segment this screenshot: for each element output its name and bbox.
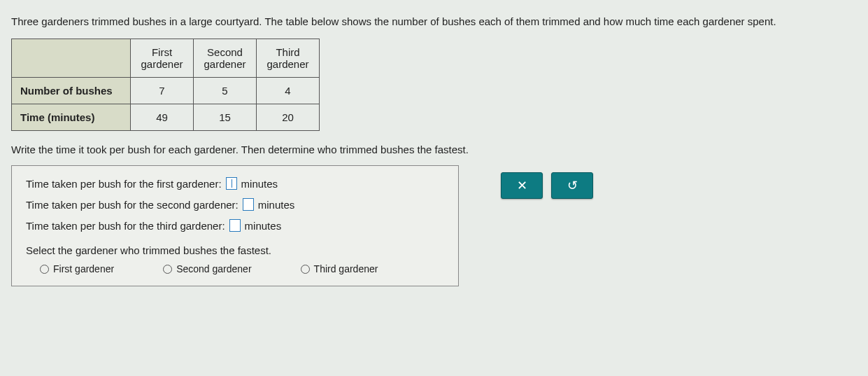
instruction-text: Write the time it took per bush for each… — [11, 144, 857, 155]
table-row: Number of bushes 7 5 4 — [12, 78, 320, 104]
col-first: First gardener — [131, 39, 194, 78]
first-gardener-input[interactable] — [226, 177, 237, 190]
second-gardener-input[interactable] — [243, 198, 254, 211]
radio-third-gardener[interactable]: Third gardener — [301, 263, 378, 274]
data-table: First gardener Second gardener Third gar… — [11, 39, 320, 131]
cell: 15 — [194, 104, 257, 131]
radio-icon — [40, 265, 49, 274]
radio-label: First gardener — [53, 263, 114, 274]
line1-pre: Time taken per bush for the first garden… — [26, 178, 222, 190]
row-label-time: Time (minutes) — [12, 104, 131, 131]
radio-icon — [163, 265, 172, 274]
cell: 20 — [257, 104, 320, 131]
radio-label: Third gardener — [314, 263, 378, 274]
row-label-bushes: Number of bushes — [12, 78, 131, 104]
cell: 5 — [194, 78, 257, 104]
problem-prompt: Three gardeners trimmed bushes in a larg… — [11, 14, 857, 29]
reset-button[interactable]: ↺ — [551, 172, 593, 199]
third-gardener-input[interactable] — [229, 219, 241, 232]
cell: 7 — [131, 78, 194, 104]
table-corner — [12, 39, 131, 78]
answer-box: Time taken per bush for the first garden… — [11, 165, 459, 286]
line3-post: minutes — [245, 220, 282, 232]
radio-icon — [301, 265, 310, 274]
line2-pre: Time taken per bush for the second garde… — [26, 199, 239, 211]
col-third: Third gardener — [257, 39, 320, 78]
reset-icon: ↺ — [567, 178, 578, 193]
cell: 4 — [257, 78, 320, 104]
select-prompt: Select the gardener who trimmed bushes t… — [26, 244, 444, 256]
close-button[interactable]: ✕ — [501, 172, 543, 199]
radio-label: Second gardener — [176, 263, 251, 274]
radio-first-gardener[interactable]: First gardener — [40, 263, 114, 274]
line3-pre: Time taken per bush for the third garden… — [26, 220, 225, 232]
cell: 49 — [131, 104, 194, 131]
col-second: Second gardener — [194, 39, 257, 78]
close-icon: ✕ — [517, 178, 527, 193]
table-row: Time (minutes) 49 15 20 — [12, 104, 320, 131]
line2-post: minutes — [258, 199, 295, 211]
radio-second-gardener[interactable]: Second gardener — [163, 263, 251, 274]
line1-post: minutes — [241, 178, 278, 190]
